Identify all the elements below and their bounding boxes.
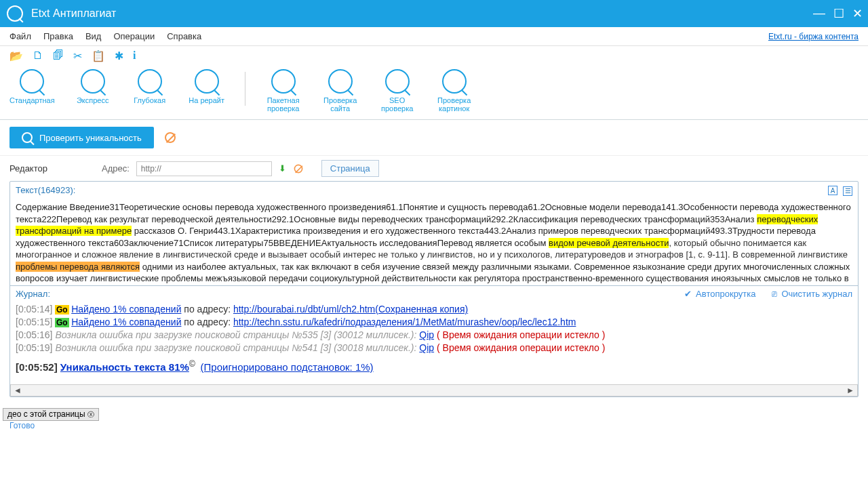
scroll-left-icon: ◄ [14, 386, 22, 395]
bottombar: део с этой страницы ⓧ Готово [0, 408, 868, 430]
info-icon[interactable]: i [133, 49, 136, 62]
app-logo-icon [7, 5, 23, 22]
tool-list-icon[interactable]: ☰ [843, 186, 852, 196]
scroll-right-icon: ► [846, 386, 854, 395]
minimize-icon[interactable]: — [813, 6, 825, 21]
magnifier-icon [442, 69, 467, 94]
journal-body: [0:05:14] Go Найдено 1% совпадений по ад… [10, 302, 858, 383]
settings-icon[interactable]: ✱ [115, 49, 123, 62]
toolbar-big: Стандартная Экспресс Глубокая На рерайт … [0, 65, 868, 120]
match-link[interactable]: Найдено 1% совпадений [71, 304, 181, 314]
address-label: Адрес: [102, 163, 130, 174]
app-title: Etxt Антиплагиат [31, 7, 116, 20]
go-badge[interactable]: Go [55, 318, 69, 327]
separator [245, 72, 245, 106]
check-batch-button[interactable]: Пакетная проверка [264, 69, 302, 113]
magnifier-icon [20, 69, 44, 94]
clear-journal-button[interactable]: ⎚Очистить журнал [772, 289, 852, 299]
ignored-link[interactable]: (Проигнорировано подстановок: 1%) [201, 361, 374, 373]
log-row: [0:05:16] Возникла ошибка при загрузке п… [16, 329, 852, 342]
text-header: Текст(164923): [16, 185, 75, 195]
journal-label: Журнал: [16, 289, 50, 299]
menu-ops[interactable]: Операции [113, 31, 155, 41]
log-row: [0:05:15] Go Найдено 1% совпадений по ад… [16, 316, 852, 329]
editor-label: Редактор [9, 163, 47, 174]
magnifier-icon [81, 69, 105, 94]
magnifier-icon [138, 69, 162, 94]
horizontal-scrollbar[interactable]: ◄► [10, 384, 858, 396]
paste-icon[interactable]: 📋 [92, 49, 105, 62]
uniqueness-result[interactable]: Уникальность текста 81% [60, 361, 189, 373]
check-site-button[interactable]: Проверка сайта [321, 69, 359, 113]
match-link[interactable]: Найдено 1% совпадений [71, 317, 181, 327]
addressbar: Редактор Адрес: ⬇ Страница [0, 156, 868, 181]
tool-a-icon[interactable]: A [828, 186, 837, 195]
log-row: [0:05:19] Возникла ошибка при загрузке п… [16, 342, 852, 354]
go-badge[interactable]: Go [55, 305, 69, 314]
magnifier-icon [195, 69, 219, 94]
text-panel: Текст(164923): A ☰ Содержание Введение31… [9, 181, 859, 397]
magnifier-icon [328, 69, 353, 94]
menubar: Файл Правка Вид Операции Справка Etxt.ru… [0, 27, 868, 46]
text-body[interactable]: Содержание Введение31Теоретические основ… [10, 199, 858, 285]
check-standard-button[interactable]: Стандартная [9, 69, 55, 104]
site-link[interactable]: Etxt.ru - биржа контента [768, 32, 859, 41]
check-express-button[interactable]: Экспресс [74, 69, 112, 104]
page-tag[interactable]: део с этой страницы ⓧ [3, 408, 99, 421]
log-row: [0:05:52] Уникальность текста 81%© (Прои… [16, 359, 852, 374]
url-link[interactable]: http://bourabai.ru/dbt/uml/ch2.htm [233, 304, 375, 314]
page-tab-button[interactable]: Страница [321, 160, 379, 177]
toolbar-small: 📂 🗋 🗐 ✂ 📋 ✱ i [0, 46, 868, 65]
autoscroll-toggle[interactable]: ✔Автопрокрутка [684, 289, 755, 299]
check-uniqueness-button[interactable]: Проверить уникальность [9, 127, 154, 148]
panel-tools: A ☰ [828, 184, 852, 196]
menu-edit[interactable]: Правка [43, 31, 73, 41]
magnifier-icon [385, 69, 410, 94]
menu-view[interactable]: Вид [85, 31, 102, 41]
url-input[interactable] [136, 161, 272, 176]
menu-file[interactable]: Файл [9, 31, 31, 41]
open-folder-icon[interactable]: 📂 [9, 49, 23, 62]
download-icon[interactable]: ⬇ [279, 163, 286, 174]
magnifier-icon [22, 132, 33, 143]
magnifier-icon [271, 69, 296, 94]
check-deep-button[interactable]: Глубокая [131, 69, 169, 104]
close-icon[interactable]: ✕ [852, 6, 863, 21]
checkmark-icon: ✔ [684, 289, 692, 299]
clear-icon: ⎚ [772, 289, 777, 299]
check-seo-button[interactable]: SEO проверка [378, 69, 416, 113]
check-uniqueness-label: Проверить уникальность [39, 133, 142, 143]
copy-icon[interactable]: 🗐 [53, 49, 64, 62]
actionbar: Проверить уникальность [0, 120, 868, 156]
stop-icon[interactable] [165, 132, 176, 143]
log-row: [0:05:14] Go Найдено 1% совпадений по ад… [16, 303, 852, 316]
statusbar-text: Готово [9, 421, 35, 430]
highlight: видом речевой деятельности [549, 238, 669, 248]
check-images-button[interactable]: Проверка картинок [435, 69, 473, 113]
stop-icon-small[interactable] [294, 164, 302, 173]
maximize-icon[interactable]: ☐ [833, 6, 844, 21]
titlebar: Etxt Антиплагиат — ☐ ✕ [0, 0, 868, 27]
menu-help[interactable]: Справка [167, 31, 201, 41]
highlight: проблемы перевода являются [16, 262, 140, 272]
new-doc-icon[interactable]: 🗋 [33, 49, 43, 62]
journal-header: Журнал: ✔Автопрокрутка ⎚Очистить журнал [10, 285, 858, 302]
cut-icon[interactable]: ✂ [73, 49, 82, 62]
check-rewrite-button[interactable]: На рерайт [188, 69, 226, 104]
url-link[interactable]: http://techn.sstu.ru/kafedri/подразделен… [233, 317, 576, 327]
